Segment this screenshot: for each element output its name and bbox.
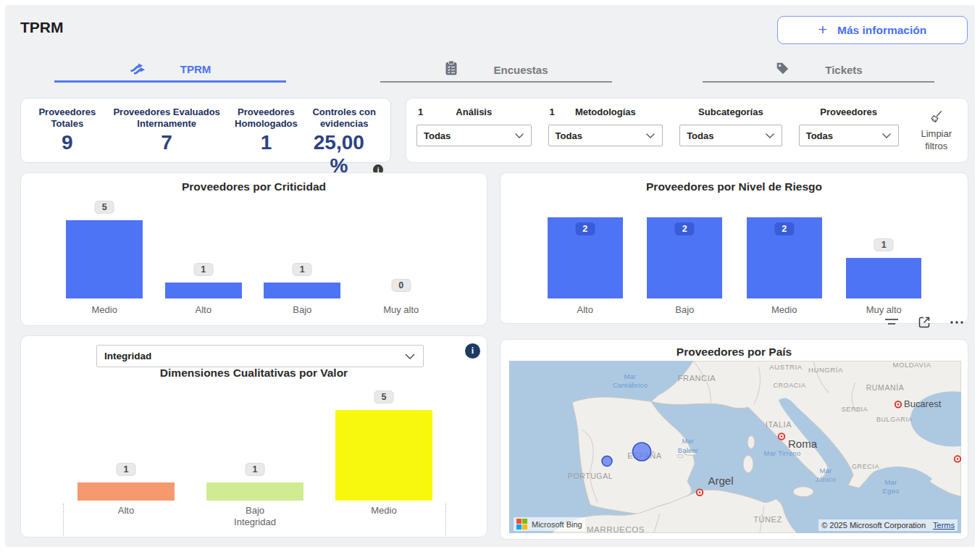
filter-analisis: 1 Análisis Todas [416, 106, 532, 155]
city-marker-core [897, 403, 900, 406]
kpi-card: Proveedores Totales 9 Proveedores Evalua… [20, 98, 391, 163]
bar-alto[interactable] [78, 482, 175, 501]
microsoft-logo-icon [516, 519, 527, 530]
kpi-label: Controles con evidencias [305, 106, 383, 130]
kpi-controles-evidencias: Controles con evidencias 25,00 % i [305, 106, 383, 156]
chart-proveedores-por-criticidad: Proveedores por Criticidad 5Medio1Alto1B… [20, 172, 487, 326]
tab-encuestas-label: Encuestas [493, 64, 548, 76]
kpi-label: Proveedores Homologados [227, 106, 306, 130]
data-label: 1 [874, 238, 894, 251]
city-marker-core [781, 435, 783, 438]
chart-title: Proveedores por Nivel de Riesgo [501, 180, 968, 193]
analisis-dropdown[interactable]: Todas [416, 125, 532, 146]
chart-dimensiones-cualitativas: Integridad i Dimensiones Cualitativas po… [20, 335, 487, 538]
category-label: Medio [371, 505, 396, 516]
chart-title: Dimensiones Cualitativas por Valor [21, 367, 487, 380]
filter-icon[interactable] [883, 314, 900, 331]
kpi-label: Proveedores Totales [28, 106, 106, 130]
map-label: Bucarest [904, 398, 942, 409]
chevron-down-icon [765, 129, 775, 142]
more-info-label: Más información [837, 24, 926, 37]
chevron-down-icon [881, 129, 892, 142]
more-info-button[interactable]: + Más información [777, 16, 968, 44]
map-label: Balear [678, 446, 699, 454]
tab-tickets-label: Tickets [825, 64, 862, 76]
proveedores-dropdown[interactable]: Todas [799, 125, 899, 146]
kpi-value: 25,00 % i [305, 131, 383, 177]
data-label: 1 [117, 463, 136, 476]
bing-map[interactable]: FRANCIAAUSTRIAHUNGRÍAMOLDAVIARUMANÍACROA… [509, 361, 961, 533]
data-label: 0 [391, 279, 411, 292]
chart-proveedores-por-nivel-de-riesgo: Proveedores por Nivel de Riesgo 2Alto2Ba… [500, 172, 968, 324]
filter-label: Subcategorías [679, 106, 782, 117]
kpi-homologados: Proveedores Homologados 1 [227, 106, 306, 156]
category-label: Alto [118, 505, 134, 516]
data-label: 1 [246, 463, 265, 476]
more-options-icon[interactable] [948, 314, 966, 331]
chevron-down-icon [514, 129, 524, 142]
map-label: Jónico [816, 475, 837, 483]
map-label: HUNGRÍA [808, 366, 843, 374]
focus-mode-icon[interactable] [916, 314, 933, 331]
metodologias-dropdown[interactable]: Todas [548, 125, 663, 146]
tab-tprm[interactable]: TPRM [54, 58, 286, 83]
bar-bajo[interactable] [206, 482, 303, 501]
provider-bubble[interactable] [602, 456, 612, 467]
kpi-value: 7 [161, 131, 172, 154]
subcategorias-dropdown[interactable]: Todas [679, 125, 782, 146]
visual-header-toolbar [883, 314, 966, 331]
map-label: PORTUGAL [568, 472, 613, 480]
map-label: BULGARIA [876, 416, 913, 423]
tab-tickets[interactable]: Tickets [703, 58, 934, 83]
category-label: Muy alto [383, 304, 419, 315]
dimension-dropdown[interactable]: Integridad [96, 345, 424, 367]
chevron-down-icon [404, 350, 416, 363]
data-label: 1 [293, 263, 312, 276]
clear-filters-button[interactable]: Limpiarfiltros [916, 106, 958, 155]
filter-count: 1 [550, 106, 555, 117]
filter-card: 1 Análisis Todas 1 Metodologías Todas Su… [406, 98, 968, 163]
filter-label: Metodologías [548, 106, 663, 117]
page-title: TPRM [20, 19, 64, 36]
provider-bubble[interactable] [633, 443, 651, 461]
map-label: Mar [820, 467, 833, 474]
map-label: Roma [788, 437, 818, 449]
tab-encuestas[interactable]: Encuestas [380, 58, 612, 83]
map-label: Mar [885, 478, 898, 486]
dropdown-value: Todas [687, 130, 713, 141]
filter-subcategorias: Subcategorías Todas [679, 106, 782, 155]
broom-icon [929, 109, 945, 128]
data-label: 2 [575, 222, 595, 235]
map-label: AUSTRIA [769, 363, 802, 371]
copyright-text: © 2025 Microsoft Corporation [821, 521, 926, 530]
filter-metodologias: 1 Metodologías Todas [548, 106, 663, 155]
bar-alto[interactable] [165, 283, 242, 298]
category-label: Medio [771, 304, 797, 315]
category-label: Alto [577, 304, 593, 315]
plot-edge-marker [445, 503, 446, 535]
x-axis-title: Integridad [234, 517, 276, 527]
map-label: TÚNEZ [753, 515, 782, 524]
category-label: Alto [196, 304, 212, 315]
plot-edge-marker [63, 503, 64, 535]
data-label: 2 [774, 222, 794, 235]
map-label: FRANCIA [678, 374, 716, 382]
kpi-value: 9 [62, 131, 73, 154]
map-label: ITALIA [766, 420, 792, 429]
bar-medio[interactable] [335, 410, 432, 501]
bar-medio[interactable] [66, 220, 143, 298]
map-label: RUMANÍA [866, 383, 905, 392]
bing-logo-chip: Microsoft Bing [514, 517, 585, 531]
filter-label: Análisis [416, 106, 532, 117]
bing-provider-label: Microsoft Bing [532, 520, 582, 529]
data-label: 1 [193, 263, 213, 276]
bar-bajo[interactable] [264, 283, 340, 298]
dropdown-value: Todas [556, 130, 582, 141]
info-icon[interactable]: i [465, 343, 480, 359]
bar-muy-alto[interactable] [846, 258, 921, 298]
map-label: Mar [624, 372, 637, 380]
terms-link[interactable]: Terms [933, 521, 955, 530]
chevron-down-icon [645, 129, 656, 142]
map-label: MARRUECOS [587, 525, 645, 533]
map-label: Argel [708, 474, 734, 487]
